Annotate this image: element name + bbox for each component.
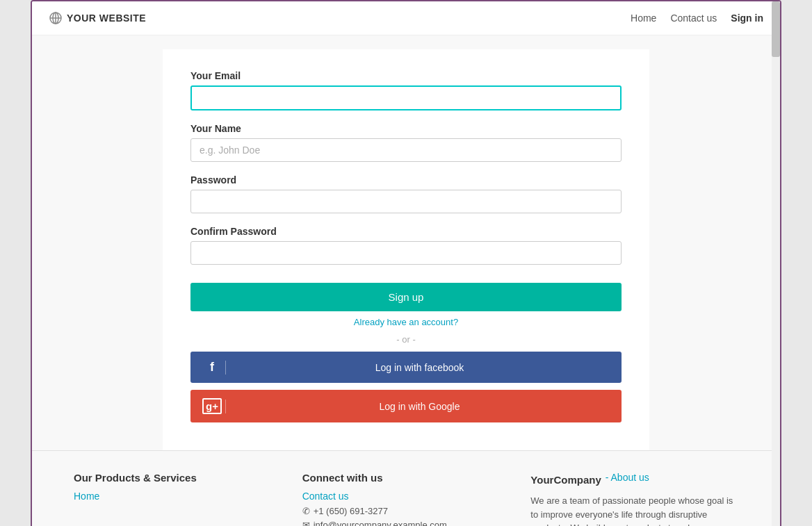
brand: YOUR WEBSITE bbox=[49, 11, 146, 25]
about-link[interactable]: - About us bbox=[606, 472, 649, 483]
facebook-login-button[interactable]: f Log in with facebook bbox=[190, 352, 622, 383]
phone-icon: ✆ bbox=[302, 506, 310, 516]
globe-icon bbox=[49, 11, 63, 25]
email-icon: ✉ bbox=[302, 520, 310, 526]
footer-company: YourCompany - About us We are a team of … bbox=[530, 472, 738, 526]
footer-connect-heading: Connect with us bbox=[302, 472, 510, 484]
footer-connect: Connect with us Contact us ✆ +1 (650) 69… bbox=[302, 472, 510, 526]
scrollbar-thumb[interactable] bbox=[772, 1, 780, 57]
footer-products-heading: Our Products & Services bbox=[74, 472, 282, 484]
phone-number: +1 (650) 691-3277 bbox=[314, 506, 388, 516]
google-button-label: Log in with Google bbox=[226, 401, 613, 412]
email-input[interactable] bbox=[190, 85, 622, 110]
facebook-icon: f bbox=[199, 360, 225, 375]
password-input[interactable] bbox=[190, 190, 622, 213]
company-desc: We are a team of passionate people whose… bbox=[530, 494, 738, 526]
email-address: info@yourcompany.example.com bbox=[314, 520, 447, 526]
footer: Our Products & Services Home Connect wit… bbox=[32, 450, 780, 526]
name-group: Your Name bbox=[190, 123, 622, 162]
footer-phone: ✆ +1 (650) 691-3277 bbox=[302, 506, 510, 516]
email-group: Your Email bbox=[190, 70, 622, 110]
company-name: YourCompany bbox=[530, 474, 601, 486]
nav-signin[interactable]: Sign in bbox=[731, 13, 763, 24]
signup-button[interactable]: Sign up bbox=[190, 283, 622, 311]
footer-products: Our Products & Services Home bbox=[74, 472, 282, 526]
main-content: Your Email Your Name Password Confirm Pa… bbox=[32, 35, 780, 450]
form-container: Your Email Your Name Password Confirm Pa… bbox=[163, 49, 649, 450]
footer-email: ✉ info@yourcompany.example.com bbox=[302, 520, 510, 526]
email-label: Your Email bbox=[190, 70, 622, 81]
brand-name: YOUR WEBSITE bbox=[67, 13, 146, 24]
facebook-button-label: Log in with facebook bbox=[226, 362, 613, 373]
password-group: Password bbox=[190, 174, 622, 213]
google-login-button[interactable]: g+ Log in with Google bbox=[190, 390, 622, 422]
already-account-link[interactable]: Already have an account? bbox=[190, 317, 622, 327]
footer-products-home[interactable]: Home bbox=[74, 491, 282, 502]
nav-contact[interactable]: Contact us bbox=[670, 13, 717, 24]
or-divider: - or - bbox=[190, 334, 622, 345]
footer-contact-link[interactable]: Contact us bbox=[302, 491, 510, 502]
confirm-password-group: Confirm Password bbox=[190, 226, 622, 265]
confirm-password-label: Confirm Password bbox=[190, 226, 622, 237]
confirm-password-input[interactable] bbox=[190, 241, 622, 265]
navbar-links: Home Contact us Sign in bbox=[631, 13, 763, 24]
nav-home[interactable]: Home bbox=[631, 13, 656, 24]
navbar: YOUR WEBSITE Home Contact us Sign in bbox=[32, 1, 780, 35]
google-icon: g+ bbox=[199, 398, 225, 414]
scrollbar[interactable] bbox=[772, 1, 780, 526]
company-header: YourCompany - About us bbox=[530, 472, 738, 487]
name-label: Your Name bbox=[190, 123, 622, 134]
name-input[interactable] bbox=[190, 138, 622, 162]
password-label: Password bbox=[190, 174, 622, 186]
